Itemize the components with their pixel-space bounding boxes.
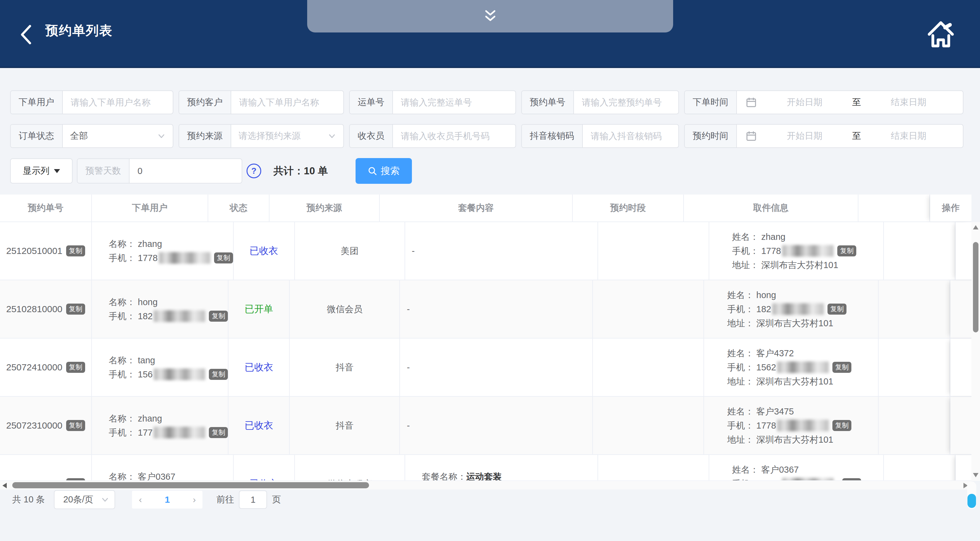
copy-button[interactable]: 复制 xyxy=(66,362,85,373)
goto-page-suffix: 页 xyxy=(272,493,281,506)
phone-label: 手机： 182 xyxy=(727,302,771,316)
start-date-placeholder[interactable]: 开始日期 xyxy=(759,130,850,142)
phone-label: 手机： 177 xyxy=(109,425,153,439)
pagination-total: 共 10 条 xyxy=(12,493,45,506)
collapse-header-pill[interactable] xyxy=(307,0,673,32)
table-row[interactable]: 24101510001复制名称： 客户0367手机： 1827复制已收衣微信小程… xyxy=(0,455,971,481)
home-icon xyxy=(926,18,956,51)
warn-days-input[interactable] xyxy=(137,166,234,177)
order-user-input[interactable] xyxy=(70,97,165,108)
booking-no-input[interactable] xyxy=(581,97,671,108)
booking-customer-input[interactable] xyxy=(239,97,336,108)
booking-no: 25072410000 xyxy=(6,360,62,374)
copy-button[interactable]: 复制 xyxy=(66,304,85,315)
copy-button[interactable]: 复制 xyxy=(66,245,85,256)
order-status-select[interactable]: 全部 xyxy=(63,125,173,147)
filter-order-user: 下单用户 xyxy=(10,91,173,114)
goto-label: 前往 xyxy=(216,493,234,506)
copy-button[interactable]: 复制 xyxy=(832,362,851,373)
pickup-phone-line: 手机： 1778复制 xyxy=(727,418,878,433)
table-header-row: 预约单号 下单用户 状态 预约来源 套餐内容 预约时段 取件信息 操作 xyxy=(0,194,971,222)
table-row[interactable]: 25072310000复制名称： zhang手机： 177复制已收衣抖音-姓名：… xyxy=(0,397,971,455)
vertical-scrollbar-thumb[interactable] xyxy=(973,242,978,333)
pickup-address-line: 地址： 深圳布吉大芬村101 xyxy=(727,316,878,330)
masked-phone-digits xyxy=(777,361,829,373)
chevron-down-icon xyxy=(101,496,109,504)
horizontal-scrollbar-thumb[interactable] xyxy=(12,482,369,488)
blank-cell xyxy=(884,455,956,481)
booking-time-daterange[interactable]: 开始日期 至 结束日期 xyxy=(737,125,963,147)
copy-button[interactable]: 复制 xyxy=(66,420,85,431)
pickup-cell: 姓名： 客户3475手机： 1778复制地址： 深圳布吉大芬村101 xyxy=(704,397,879,454)
table-row[interactable]: 25102810000复制名称： hong手机： 182复制已开单微信会员-姓名… xyxy=(0,280,971,339)
masked-phone-digits xyxy=(777,420,829,431)
pickup-name-line: 姓名： 客户0367 xyxy=(732,463,883,477)
package-name-line: 套餐名称： 运动套装 xyxy=(422,469,598,481)
pickup-name-line: 姓名： 客户4372 xyxy=(727,346,878,360)
waybill-no-input[interactable] xyxy=(400,97,508,108)
col-header-pickup: 取件信息 xyxy=(684,194,858,221)
package-cell: - xyxy=(400,339,593,396)
scroll-left-arrow-icon[interactable] xyxy=(2,483,7,488)
col-header-order-user: 下单用户 xyxy=(92,194,208,221)
home-button[interactable] xyxy=(926,18,956,51)
user-phone-line: 手机： 1778复制 xyxy=(109,251,233,265)
page-scrollbar[interactable] xyxy=(967,482,976,509)
start-date-placeholder[interactable]: 开始日期 xyxy=(759,96,850,108)
collector-input[interactable] xyxy=(400,131,508,142)
copy-button[interactable]: 复制 xyxy=(832,420,851,431)
horizontal-scrollbar[interactable] xyxy=(0,481,971,490)
copy-button[interactable]: 复制 xyxy=(827,304,846,315)
phone-label: 手机： 1827 xyxy=(732,477,781,481)
copy-button[interactable]: 复制 xyxy=(209,427,228,438)
pager: ‹ 1 › xyxy=(132,491,202,509)
end-date-placeholder[interactable]: 结束日期 xyxy=(864,96,954,108)
copy-button[interactable]: 复制 xyxy=(209,310,228,321)
order-time-daterange[interactable]: 开始日期 至 结束日期 xyxy=(737,91,963,114)
copy-button[interactable]: 复制 xyxy=(209,369,228,380)
filter-douyin-code: 抖音核销码 xyxy=(521,124,679,148)
page-size-select[interactable]: 20条/页 xyxy=(54,490,115,509)
filter-label: 订单状态 xyxy=(11,125,63,147)
copy-button[interactable]: 复制 xyxy=(842,478,861,481)
status-cell: 已开单 xyxy=(229,280,290,338)
source-value: 美团 xyxy=(341,244,359,258)
scroll-up-arrow-icon[interactable] xyxy=(973,225,978,229)
booking-table: 预约单号 下单用户 状态 预约来源 套餐内容 预约时段 取件信息 操作 2512… xyxy=(0,194,971,481)
back-button[interactable] xyxy=(19,24,37,45)
timeslot-cell xyxy=(598,455,709,481)
prev-page-button[interactable]: ‹ xyxy=(139,495,142,504)
table-row[interactable]: 25072410000复制名称： tang手机： 156复制已收衣抖音-姓名： … xyxy=(0,339,971,397)
copy-button[interactable]: 复制 xyxy=(66,478,85,481)
copy-button[interactable]: 复制 xyxy=(837,245,856,256)
booking-source-select[interactable]: 请选择预约来源 xyxy=(231,125,343,147)
vertical-scrollbar[interactable] xyxy=(971,222,980,481)
booking-no: 25120510001 xyxy=(6,244,62,258)
user-name-line: 名称： 客户0367 xyxy=(109,469,233,481)
search-button[interactable]: 搜索 xyxy=(356,158,412,184)
actions-cell xyxy=(956,222,971,280)
show-columns-label: 显示列 xyxy=(23,165,49,177)
next-page-button[interactable]: › xyxy=(192,495,196,504)
page-scrollbar-thumb[interactable] xyxy=(967,494,976,508)
current-page-number[interactable]: 1 xyxy=(165,495,170,505)
pickup-address-line: 地址： 深圳布吉大芬村101 xyxy=(727,433,878,447)
table-row[interactable]: 25120510001复制名称： zhang手机： 1778复制已收衣美团-姓名… xyxy=(0,222,971,280)
phone-label: 手机： 156 xyxy=(109,367,153,381)
scroll-down-arrow-icon[interactable] xyxy=(973,473,978,477)
show-columns-button[interactable]: 显示列 xyxy=(10,158,73,183)
col-header-package: 套餐内容 xyxy=(380,194,573,221)
pickup-name-line: 姓名： 客户3475 xyxy=(727,404,878,418)
timeslot-cell xyxy=(593,397,704,454)
booking-no-cell: 25072310000复制 xyxy=(0,397,92,454)
help-icon[interactable]: ? xyxy=(247,164,261,178)
end-date-placeholder[interactable]: 结束日期 xyxy=(864,130,954,142)
goto-page-input[interactable] xyxy=(239,490,267,509)
filter-booking-time: 预约时间 开始日期 至 结束日期 xyxy=(684,124,964,148)
source-value: 微信会员 xyxy=(327,302,362,316)
timeslot-cell xyxy=(593,339,704,396)
masked-phone-digits xyxy=(772,303,824,315)
caret-down-icon xyxy=(54,169,60,173)
douyin-code-input[interactable] xyxy=(590,131,671,142)
copy-button[interactable]: 复制 xyxy=(214,252,233,263)
